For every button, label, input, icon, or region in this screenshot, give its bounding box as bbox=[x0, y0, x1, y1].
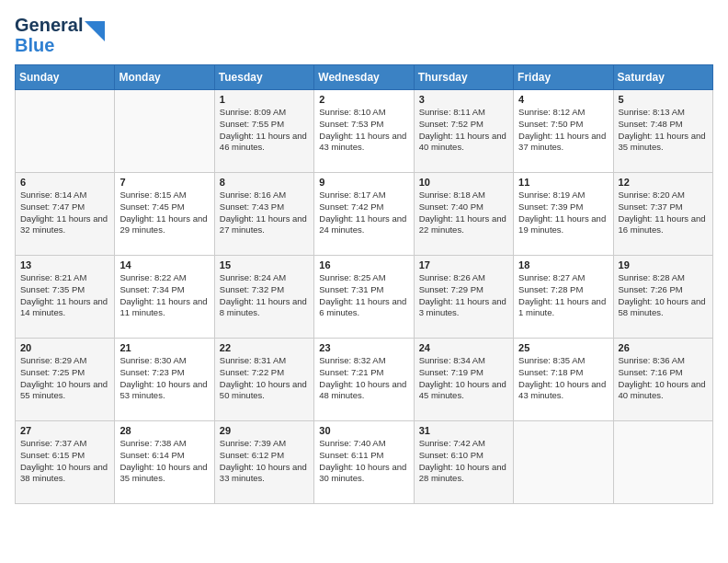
calendar-cell: 22Sunrise: 8:31 AM Sunset: 7:22 PM Dayli… bbox=[214, 339, 313, 421]
calendar-cell: 17Sunrise: 8:26 AM Sunset: 7:29 PM Dayli… bbox=[414, 256, 513, 339]
day-number: 27 bbox=[20, 425, 109, 436]
day-info: Sunrise: 7:40 AM Sunset: 6:11 PM Dayligh… bbox=[319, 438, 408, 485]
day-info: Sunrise: 7:42 AM Sunset: 6:10 PM Dayligh… bbox=[419, 438, 508, 485]
day-number: 26 bbox=[619, 342, 708, 353]
calendar-cell: 10Sunrise: 8:18 AM Sunset: 7:40 PM Dayli… bbox=[414, 173, 513, 256]
calendar-cell: 29Sunrise: 7:39 AM Sunset: 6:12 PM Dayli… bbox=[214, 421, 313, 504]
day-info: Sunrise: 8:32 AM Sunset: 7:21 PM Dayligh… bbox=[319, 355, 408, 402]
logo-arrow-icon bbox=[85, 21, 105, 41]
day-info: Sunrise: 8:10 AM Sunset: 7:53 PM Dayligh… bbox=[319, 107, 408, 154]
day-info: Sunrise: 8:21 AM Sunset: 7:35 PM Dayligh… bbox=[20, 272, 109, 319]
weekday-header-sunday: Sunday bbox=[16, 65, 115, 90]
weekday-header-monday: Monday bbox=[115, 65, 214, 90]
logo-line1: General bbox=[15, 15, 83, 35]
day-number: 18 bbox=[518, 259, 608, 270]
day-info: Sunrise: 8:14 AM Sunset: 7:47 PM Dayligh… bbox=[20, 190, 109, 236]
calendar-cell: 27Sunrise: 7:37 AM Sunset: 6:15 PM Dayli… bbox=[16, 421, 115, 504]
day-number: 25 bbox=[518, 342, 608, 353]
weekday-header-wednesday: Wednesday bbox=[314, 65, 414, 90]
day-number: 14 bbox=[119, 259, 209, 270]
day-number: 16 bbox=[319, 259, 408, 270]
day-number: 15 bbox=[220, 259, 309, 270]
day-info: Sunrise: 8:17 AM Sunset: 7:42 PM Dayligh… bbox=[319, 190, 408, 236]
day-number: 20 bbox=[20, 342, 109, 353]
day-info: Sunrise: 8:27 AM Sunset: 7:28 PM Dayligh… bbox=[518, 272, 608, 319]
calendar-cell: 26Sunrise: 8:36 AM Sunset: 7:16 PM Dayli… bbox=[613, 339, 712, 421]
calendar-cell bbox=[16, 90, 115, 173]
calendar-cell: 28Sunrise: 7:38 AM Sunset: 6:14 PM Dayli… bbox=[115, 421, 214, 504]
day-info: Sunrise: 8:19 AM Sunset: 7:39 PM Dayligh… bbox=[518, 190, 608, 236]
calendar-week-2: 6Sunrise: 8:14 AM Sunset: 7:47 PM Daylig… bbox=[16, 173, 713, 256]
day-info: Sunrise: 7:38 AM Sunset: 6:14 PM Dayligh… bbox=[119, 438, 209, 485]
weekday-header-row: SundayMondayTuesdayWednesdayThursdayFrid… bbox=[16, 65, 713, 90]
day-info: Sunrise: 8:28 AM Sunset: 7:26 PM Dayligh… bbox=[619, 272, 708, 319]
calendar-table: SundayMondayTuesdayWednesdayThursdayFrid… bbox=[15, 64, 713, 504]
day-info: Sunrise: 8:13 AM Sunset: 7:48 PM Dayligh… bbox=[619, 107, 708, 154]
day-info: Sunrise: 8:16 AM Sunset: 7:43 PM Dayligh… bbox=[220, 190, 309, 236]
calendar-cell: 21Sunrise: 8:30 AM Sunset: 7:23 PM Dayli… bbox=[115, 339, 214, 421]
day-number: 17 bbox=[419, 259, 508, 270]
calendar-cell bbox=[514, 421, 613, 504]
day-info: Sunrise: 8:18 AM Sunset: 7:40 PM Dayligh… bbox=[419, 190, 508, 236]
day-info: Sunrise: 8:25 AM Sunset: 7:31 PM Dayligh… bbox=[319, 272, 408, 319]
day-info: Sunrise: 8:35 AM Sunset: 7:18 PM Dayligh… bbox=[518, 355, 608, 402]
calendar-cell: 5Sunrise: 8:13 AM Sunset: 7:48 PM Daylig… bbox=[613, 90, 712, 173]
calendar-cell: 14Sunrise: 8:22 AM Sunset: 7:34 PM Dayli… bbox=[115, 256, 214, 339]
day-info: Sunrise: 8:29 AM Sunset: 7:25 PM Dayligh… bbox=[20, 355, 109, 402]
calendar-cell: 15Sunrise: 8:24 AM Sunset: 7:32 PM Dayli… bbox=[214, 256, 313, 339]
weekday-header-tuesday: Tuesday bbox=[214, 65, 313, 90]
calendar-cell: 12Sunrise: 8:20 AM Sunset: 7:37 PM Dayli… bbox=[613, 173, 712, 256]
day-number: 30 bbox=[319, 425, 408, 436]
calendar-cell: 30Sunrise: 7:40 AM Sunset: 6:11 PM Dayli… bbox=[314, 421, 414, 504]
calendar-cell: 7Sunrise: 8:15 AM Sunset: 7:45 PM Daylig… bbox=[115, 173, 214, 256]
calendar-week-3: 13Sunrise: 8:21 AM Sunset: 7:35 PM Dayli… bbox=[16, 256, 713, 339]
day-info: Sunrise: 7:39 AM Sunset: 6:12 PM Dayligh… bbox=[220, 438, 309, 485]
day-number: 13 bbox=[20, 259, 109, 270]
day-info: Sunrise: 8:34 AM Sunset: 7:19 PM Dayligh… bbox=[419, 355, 508, 402]
day-number: 22 bbox=[220, 342, 309, 353]
day-info: Sunrise: 8:22 AM Sunset: 7:34 PM Dayligh… bbox=[119, 272, 209, 319]
day-number: 2 bbox=[319, 94, 408, 105]
calendar-cell: 25Sunrise: 8:35 AM Sunset: 7:18 PM Dayli… bbox=[514, 339, 613, 421]
calendar-cell: 23Sunrise: 8:32 AM Sunset: 7:21 PM Dayli… bbox=[314, 339, 414, 421]
calendar-cell bbox=[613, 421, 712, 504]
weekday-header-friday: Friday bbox=[514, 65, 613, 90]
day-number: 24 bbox=[419, 342, 508, 353]
calendar-cell: 24Sunrise: 8:34 AM Sunset: 7:19 PM Dayli… bbox=[414, 339, 513, 421]
day-info: Sunrise: 8:31 AM Sunset: 7:22 PM Dayligh… bbox=[220, 355, 309, 402]
day-info: Sunrise: 8:30 AM Sunset: 7:23 PM Dayligh… bbox=[119, 355, 209, 402]
weekday-header-thursday: Thursday bbox=[414, 65, 513, 90]
calendar-cell: 16Sunrise: 8:25 AM Sunset: 7:31 PM Dayli… bbox=[314, 256, 414, 339]
calendar-week-4: 20Sunrise: 8:29 AM Sunset: 7:25 PM Dayli… bbox=[16, 339, 713, 421]
day-number: 9 bbox=[319, 177, 408, 188]
calendar-cell: 3Sunrise: 8:11 AM Sunset: 7:52 PM Daylig… bbox=[414, 90, 513, 173]
calendar-cell: 8Sunrise: 8:16 AM Sunset: 7:43 PM Daylig… bbox=[214, 173, 313, 256]
calendar-week-5: 27Sunrise: 7:37 AM Sunset: 6:15 PM Dayli… bbox=[16, 421, 713, 504]
day-number: 6 bbox=[20, 177, 109, 188]
calendar-cell: 4Sunrise: 8:12 AM Sunset: 7:50 PM Daylig… bbox=[514, 90, 613, 173]
day-number: 5 bbox=[619, 94, 708, 105]
day-info: Sunrise: 8:15 AM Sunset: 7:45 PM Dayligh… bbox=[119, 190, 209, 236]
calendar-cell: 18Sunrise: 8:27 AM Sunset: 7:28 PM Dayli… bbox=[514, 256, 613, 339]
day-info: Sunrise: 8:09 AM Sunset: 7:55 PM Dayligh… bbox=[220, 107, 309, 154]
calendar-cell: 6Sunrise: 8:14 AM Sunset: 7:47 PM Daylig… bbox=[16, 173, 115, 256]
calendar-cell: 11Sunrise: 8:19 AM Sunset: 7:39 PM Dayli… bbox=[514, 173, 613, 256]
day-number: 31 bbox=[419, 425, 508, 436]
day-info: Sunrise: 7:37 AM Sunset: 6:15 PM Dayligh… bbox=[20, 438, 109, 485]
day-number: 3 bbox=[419, 94, 508, 105]
page-header: General Blue bbox=[15, 15, 713, 55]
svg-marker-0 bbox=[85, 21, 105, 41]
weekday-header-saturday: Saturday bbox=[613, 65, 712, 90]
day-info: Sunrise: 8:11 AM Sunset: 7:52 PM Dayligh… bbox=[419, 107, 508, 154]
day-number: 28 bbox=[119, 425, 209, 436]
calendar-cell: 13Sunrise: 8:21 AM Sunset: 7:35 PM Dayli… bbox=[16, 256, 115, 339]
calendar-cell: 9Sunrise: 8:17 AM Sunset: 7:42 PM Daylig… bbox=[314, 173, 414, 256]
day-number: 12 bbox=[619, 177, 708, 188]
calendar-cell: 2Sunrise: 8:10 AM Sunset: 7:53 PM Daylig… bbox=[314, 90, 414, 173]
calendar-cell: 1Sunrise: 8:09 AM Sunset: 7:55 PM Daylig… bbox=[214, 90, 313, 173]
calendar-cell: 31Sunrise: 7:42 AM Sunset: 6:10 PM Dayli… bbox=[414, 421, 513, 504]
day-number: 8 bbox=[220, 177, 309, 188]
logo-line2: Blue bbox=[15, 35, 83, 55]
calendar-week-1: 1Sunrise: 8:09 AM Sunset: 7:55 PM Daylig… bbox=[16, 90, 713, 173]
logo: General Blue bbox=[15, 15, 105, 55]
